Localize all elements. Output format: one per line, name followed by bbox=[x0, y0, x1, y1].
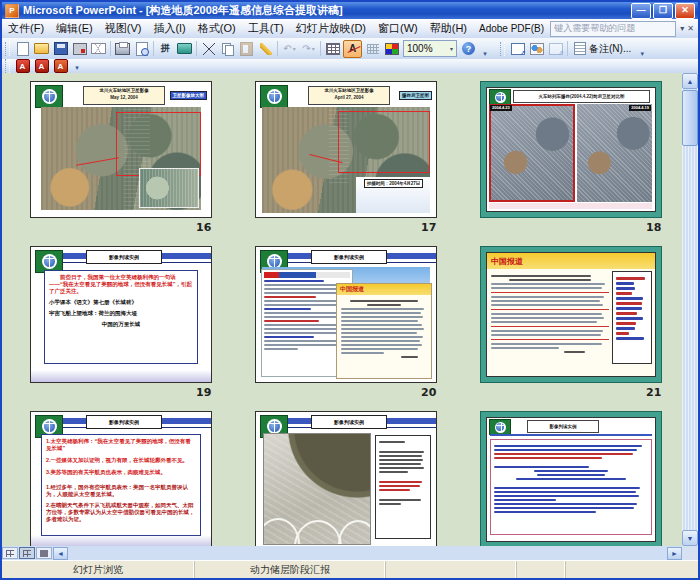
menu-adobe-pdf[interactable]: Adobe PDF(B) bbox=[473, 21, 550, 36]
menu-slideshow[interactable]: 幻灯片放映(D) bbox=[290, 19, 372, 38]
slide21-number: 21 bbox=[646, 386, 661, 399]
slide-17-thumbnail[interactable]: 龙川火车站地区卫星影像 April 27, 2004 爆炸后卫星图 拍摄时间：2… bbox=[255, 81, 437, 218]
slide16-caption-chip: 卫星影像放大图 bbox=[170, 91, 208, 100]
convert-and-review-button[interactable]: A bbox=[52, 60, 69, 72]
sorter-toolbar-overflow-icon[interactable]: ▾ bbox=[637, 40, 647, 58]
menu-tools[interactable]: 工具(T) bbox=[242, 19, 290, 38]
institute-logo bbox=[489, 419, 511, 435]
summary-slide-button[interactable] bbox=[547, 41, 564, 57]
scroll-down-icon[interactable]: ▼ bbox=[682, 530, 698, 546]
slide-24-thumbnail[interactable]: 影像判读实例 bbox=[480, 411, 662, 546]
vertical-scrollbar[interactable]: ▲ ▼ bbox=[682, 73, 698, 546]
scroll-right-icon[interactable]: ► bbox=[667, 547, 682, 560]
menu-edit[interactable]: 编辑(E) bbox=[50, 19, 99, 38]
menu-format[interactable]: 格式(O) bbox=[192, 19, 242, 38]
slide18-after-image bbox=[489, 104, 575, 202]
close-button[interactable]: ✕ bbox=[675, 3, 695, 19]
notes-icon bbox=[574, 42, 586, 55]
slide-20-thumbnail[interactable]: 影像判读实例 中国报道 bbox=[255, 246, 437, 383]
slideshow-view-button[interactable] bbox=[36, 547, 52, 559]
open-button[interactable] bbox=[33, 41, 50, 57]
slide23-header: 影像判读实例 bbox=[311, 415, 387, 429]
format-painter-button[interactable] bbox=[257, 41, 274, 57]
convert-to-pdf-button[interactable]: A bbox=[14, 60, 31, 72]
status-design-name: 动力储层阶段汇报 bbox=[250, 563, 330, 577]
convert-and-email-button[interactable]: A bbox=[33, 60, 50, 72]
institute-logo bbox=[260, 85, 288, 108]
help-button[interactable]: ? bbox=[460, 41, 477, 57]
scroll-up-icon[interactable]: ▲ bbox=[682, 73, 698, 89]
grid-button[interactable] bbox=[364, 41, 381, 57]
hide-slide-button[interactable] bbox=[509, 41, 526, 57]
undo-button[interactable]: ↶▾ bbox=[281, 41, 298, 57]
menu-bar: 文件(F) 编辑(E) 视图(V) 插入(I) 格式(O) 工具(T) 幻灯片放… bbox=[2, 19, 698, 39]
slide17-satellite-image: 拍摄时间：2004年4月27日 bbox=[262, 107, 430, 213]
slide-22-thumbnail[interactable]: 影像判读实例 1.太空英雄杨利伟：“我在太空看见了美丽的地球，但没有看见长城” … bbox=[30, 411, 212, 546]
tables-button[interactable] bbox=[324, 41, 341, 57]
slide-19-thumbnail[interactable]: 影像判读实例 前些日子，我国第一位太空英雄杨利伟的一句话——“我在太空看见了美丽… bbox=[30, 246, 212, 383]
paste-button[interactable] bbox=[238, 41, 255, 57]
slide-23-thumbnail[interactable]: 影像判读实例 bbox=[255, 411, 437, 546]
slide-sorter-view-button[interactable] bbox=[19, 547, 35, 559]
vertical-scrollbar-thumb[interactable] bbox=[682, 90, 698, 146]
print-button[interactable] bbox=[114, 41, 131, 57]
slide18-title: 火车站列车爆炸(2004.4.22)前后卫星对比图 bbox=[513, 90, 650, 103]
window-title: Microsoft PowerPoint - [构造地质2008年遥感信息综合提… bbox=[23, 3, 343, 18]
toolbar-grip[interactable] bbox=[5, 42, 10, 56]
slide17-number: 17 bbox=[421, 221, 436, 234]
mail-button[interactable] bbox=[90, 41, 107, 57]
pdf-toolbar-overflow-icon[interactable]: ▾ bbox=[72, 60, 82, 72]
slide-21-thumbnail[interactable]: 中国报道 bbox=[480, 246, 662, 383]
adobe-pdf-toolbar: A A A ▾ bbox=[2, 59, 698, 74]
menu-help[interactable]: 帮助(H) bbox=[424, 19, 473, 38]
slide24-text-box bbox=[490, 439, 652, 535]
copy-button[interactable] bbox=[219, 41, 236, 57]
powerpoint-app-icon: P bbox=[5, 4, 19, 18]
notes-button[interactable]: 备注(N)... bbox=[570, 41, 635, 57]
slide18-number: 18 bbox=[646, 221, 661, 234]
print-pdf-button[interactable] bbox=[71, 41, 88, 57]
zoom-select[interactable]: 100%▾ bbox=[403, 40, 457, 57]
spelling-button[interactable]: 拼 bbox=[157, 41, 174, 57]
menu-window[interactable]: 窗口(W) bbox=[372, 19, 424, 38]
slide-18-thumbnail[interactable]: 火车站列车爆炸(2004.4.22)前后卫星对比图 2004.4.23 2004… bbox=[480, 81, 662, 218]
help-dropdown-icon[interactable]: ▾ bbox=[680, 24, 684, 33]
slide20-number: 20 bbox=[421, 386, 436, 399]
new-button[interactable] bbox=[14, 41, 31, 57]
print-preview-button[interactable] bbox=[133, 41, 150, 57]
color-scheme-button[interactable] bbox=[383, 41, 400, 57]
slide22-item-4: 1.经过多年，国外有些宇航员表示：美国一名宇航员曾误认为，人眼能从太空看见长城。 bbox=[46, 484, 196, 498]
show-formatting-button[interactable]: A bbox=[343, 40, 362, 58]
document-close-icon[interactable]: ✕ bbox=[687, 24, 694, 33]
slide16-title-line1: 龙川火车站地区卫星影像 bbox=[84, 87, 164, 94]
slide24-header: 影像判读实例 bbox=[527, 420, 599, 433]
menu-file[interactable]: 文件(F) bbox=[2, 19, 50, 38]
scroll-left-icon[interactable]: ◄ bbox=[53, 547, 68, 560]
research-button[interactable] bbox=[176, 41, 193, 57]
slide16-title-line2: May 12, 2004 bbox=[84, 94, 164, 101]
help-question-input[interactable]: 键入需要帮助的问题 bbox=[550, 21, 676, 37]
redo-button[interactable]: ↷▾ bbox=[300, 41, 317, 57]
rehearse-timings-button[interactable] bbox=[528, 41, 545, 57]
toolbar-overflow-icon[interactable]: ▾ bbox=[480, 40, 490, 58]
slide-16-thumbnail[interactable]: 龙川火车站地区卫星影像 May 12, 2004 卫星影像放大图 bbox=[30, 81, 212, 218]
save-button[interactable] bbox=[52, 41, 69, 57]
status-bar: 幻灯片浏览 动力储层阶段汇报 bbox=[2, 560, 698, 578]
menu-insert[interactable]: 插入(I) bbox=[147, 19, 191, 38]
slide19-red-paragraph: 前些日子，我国第一位太空英雄杨利伟的一句话——“我在太空看见了美丽的地球，但没有… bbox=[49, 274, 193, 295]
slide20-news-page: 中国报道 bbox=[336, 283, 432, 379]
institute-logo bbox=[35, 85, 63, 108]
slide19-number: 19 bbox=[196, 386, 211, 399]
cut-button[interactable] bbox=[200, 41, 217, 57]
slide22-item-1: 1.太空英雄杨利伟：“我在太空看见了美丽的地球，但没有看见长城” bbox=[46, 438, 196, 452]
maximize-button[interactable]: ❐ bbox=[653, 3, 673, 19]
minimize-button[interactable]: — bbox=[631, 3, 651, 19]
normal-view-button[interactable] bbox=[2, 547, 18, 559]
sorter-toolbar-grip[interactable] bbox=[500, 42, 505, 56]
horizontal-scrollbar[interactable]: ◄ ► bbox=[2, 546, 682, 560]
pdf-toolbar-grip[interactable] bbox=[5, 59, 10, 73]
slide23-text-box bbox=[375, 435, 431, 539]
standard-toolbar: 拼 ↶▾ ↷▾ A 100%▾ ? ▾ 备注(N)... ▾ bbox=[2, 38, 698, 60]
slide-sorter-area[interactable]: 龙川火车站地区卫星影像 May 12, 2004 卫星影像放大图 16 龙川火车… bbox=[2, 73, 682, 546]
menu-view[interactable]: 视图(V) bbox=[99, 19, 148, 38]
